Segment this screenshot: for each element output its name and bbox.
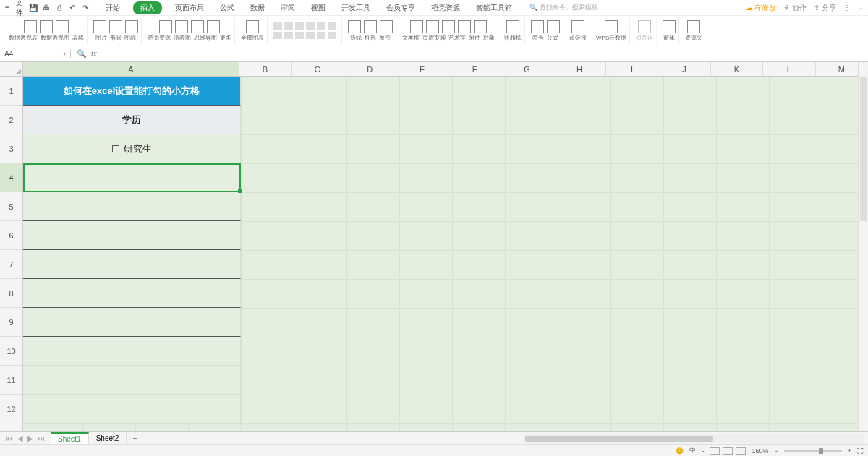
collab-button[interactable]: ⚘ 协作: [783, 3, 807, 13]
sheet-tab-2[interactable]: Sheet2: [89, 433, 127, 444]
cell-A8[interactable]: [23, 279, 241, 308]
next-sheet-icon[interactable]: ▶: [27, 434, 33, 442]
cell-A5[interactable]: [23, 192, 241, 221]
cell-A11[interactable]: [23, 366, 241, 395]
ribbon-sparklines[interactable]: 折线柱形盈亏: [345, 17, 396, 45]
ribbon-symbols[interactable]: 符号公式: [528, 17, 563, 45]
ribbon-charts[interactable]: 全部图表: [238, 17, 268, 45]
changes-indicator[interactable]: ☁ 有修改: [746, 3, 777, 13]
tab-pagelayout[interactable]: 页面布局: [172, 1, 207, 14]
view-break-icon[interactable]: [736, 447, 746, 455]
zoom-value[interactable]: 160%: [752, 447, 768, 455]
row-header-1[interactable]: 1: [0, 77, 22, 106]
col-header-L[interactable]: L: [763, 62, 815, 76]
tab-data[interactable]: 数据: [247, 1, 268, 14]
checkbox-icon[interactable]: [112, 145, 119, 152]
ribbon-clouddata[interactable]: WPS云数据: [593, 17, 630, 45]
ribbon-form[interactable]: 窗体: [660, 17, 679, 45]
cell-A1[interactable]: 如何在excel设置能打勾的小方格: [23, 77, 241, 106]
menu-icon[interactable]: ≡: [3, 4, 12, 12]
cell-A6[interactable]: [23, 221, 241, 250]
prev-sheet-icon[interactable]: ◀: [17, 434, 23, 442]
collapse-ribbon-icon[interactable]: ︿: [858, 3, 865, 13]
cell-A9[interactable]: [23, 308, 241, 337]
view-page-icon[interactable]: [723, 447, 733, 455]
tab-insert[interactable]: 插入: [133, 1, 162, 14]
ribbon-resources[interactable]: 资源夹: [682, 17, 705, 45]
vertical-scrollbar[interactable]: [858, 62, 868, 431]
col-header-J[interactable]: J: [658, 62, 710, 76]
cell-A7[interactable]: [23, 250, 241, 279]
col-header-D[interactable]: D: [344, 62, 396, 76]
row-header-4[interactable]: 4: [0, 163, 22, 192]
ribbon-hyperlink[interactable]: 超链接: [566, 17, 590, 45]
scrollbar-thumb[interactable]: [525, 436, 713, 442]
zoom-slider[interactable]: [784, 450, 842, 452]
col-header-F[interactable]: F: [448, 62, 501, 76]
sheet-tab-1[interactable]: Sheet1: [51, 432, 89, 444]
share-button[interactable]: ⇪ 分享: [814, 3, 836, 13]
row-header-2[interactable]: 2: [0, 106, 22, 134]
more-icon[interactable]: ⋮: [843, 4, 851, 12]
print-icon[interactable]: 🖶: [42, 4, 51, 12]
row-header-7[interactable]: 7: [0, 250, 22, 279]
ribbon-illustrations[interactable]: 图片形状图标: [90, 17, 142, 45]
tab-devtools[interactable]: 开发工具: [339, 1, 373, 14]
col-header-C[interactable]: C: [292, 62, 344, 76]
cell-A2[interactable]: 学历: [23, 106, 241, 134]
add-sheet-button[interactable]: +: [127, 434, 142, 442]
row-header-11[interactable]: 11: [0, 366, 22, 395]
horizontal-scrollbar[interactable]: [524, 434, 864, 443]
zoom-out-button[interactable]: −: [774, 447, 778, 455]
row-header-12[interactable]: 12: [0, 395, 22, 423]
row-header-8[interactable]: 8: [0, 279, 22, 308]
tab-view[interactable]: 视图: [308, 1, 328, 14]
undo-icon[interactable]: ↶: [68, 4, 77, 12]
select-all-corner[interactable]: [0, 62, 23, 77]
tab-start[interactable]: 开始: [103, 1, 123, 14]
row-header-9[interactable]: 9: [0, 308, 22, 337]
ime-icon[interactable]: 😊: [676, 447, 684, 455]
cell-A3[interactable]: 研究生: [23, 134, 241, 163]
column-headers[interactable]: A B C D E F G H I J K L M: [23, 62, 868, 77]
ime-label[interactable]: 中: [689, 446, 696, 455]
view-buttons[interactable]: [710, 447, 746, 455]
file-label[interactable]: 文件: [16, 4, 25, 12]
fullscreen-icon[interactable]: ⛶: [857, 447, 864, 455]
col-header-G[interactable]: G: [501, 62, 553, 76]
last-sheet-icon[interactable]: ⏭: [38, 434, 45, 442]
col-header-E[interactable]: E: [396, 62, 448, 76]
preview-icon[interactable]: ⎙: [55, 4, 64, 12]
cell-area[interactable]: 如何在excel设置能打勾的小方格 学历 研究生: [23, 77, 868, 431]
tab-member[interactable]: 会员专享: [383, 1, 418, 14]
command-search[interactable]: 🔍 查找命令、搜索模板: [529, 3, 598, 12]
view-normal-icon[interactable]: [710, 447, 720, 455]
save-icon[interactable]: 💾: [29, 4, 38, 12]
col-header-I[interactable]: I: [606, 62, 658, 76]
row-header-5[interactable]: 5: [0, 192, 22, 221]
row-headers[interactable]: 1 2 3 4 5 6 7 8 9 10 11 12: [0, 77, 23, 431]
redo-icon[interactable]: ↷: [81, 4, 90, 12]
tab-docer[interactable]: 稻壳资源: [428, 1, 463, 14]
zoom-in-button[interactable]: +: [848, 447, 851, 455]
ribbon-text[interactable]: 文本框页眉页脚艺术字附件对象: [399, 17, 498, 45]
tab-review[interactable]: 审阅: [278, 1, 298, 14]
col-header-B[interactable]: B: [239, 62, 292, 76]
scrollbar-thumb[interactable]: [860, 77, 867, 221]
name-box[interactable]: A4 ▾: [0, 50, 71, 58]
col-header-H[interactable]: H: [553, 62, 605, 76]
cell-A12[interactable]: [23, 395, 241, 423]
row-header-6[interactable]: 6: [0, 221, 22, 250]
fx-label[interactable]: fx: [91, 50, 97, 58]
col-header-K[interactable]: K: [711, 62, 763, 76]
cell-A10[interactable]: [23, 337, 241, 366]
first-sheet-icon[interactable]: ⏮: [6, 434, 13, 442]
ribbon-pivot[interactable]: 数据透视表数据透视图表格: [6, 17, 88, 45]
tab-formula[interactable]: 公式: [217, 1, 237, 14]
ribbon-docer[interactable]: 稻壳资源流程图思维导图更多: [145, 17, 235, 45]
ribbon-minicharts[interactable]: [271, 17, 342, 45]
sheet-nav[interactable]: ⏮ ◀ ▶ ⏭: [0, 434, 51, 442]
ribbon-camera[interactable]: 照相机: [501, 17, 525, 45]
col-header-A[interactable]: A: [23, 62, 239, 76]
row-header-10[interactable]: 10: [0, 337, 22, 366]
